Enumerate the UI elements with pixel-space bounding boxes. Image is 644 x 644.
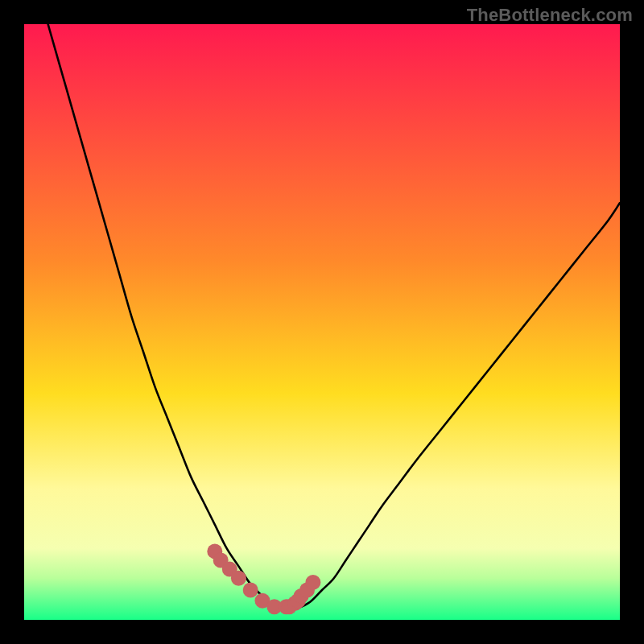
gradient-background [24, 24, 620, 620]
chart-frame: TheBottleneck.com [0, 0, 644, 644]
optimal-marker [231, 571, 246, 586]
watermark-text: TheBottleneck.com [467, 5, 633, 26]
plot-area [24, 24, 620, 620]
optimal-marker [243, 583, 258, 598]
chart-svg [24, 24, 620, 620]
optimal-marker [305, 575, 320, 590]
